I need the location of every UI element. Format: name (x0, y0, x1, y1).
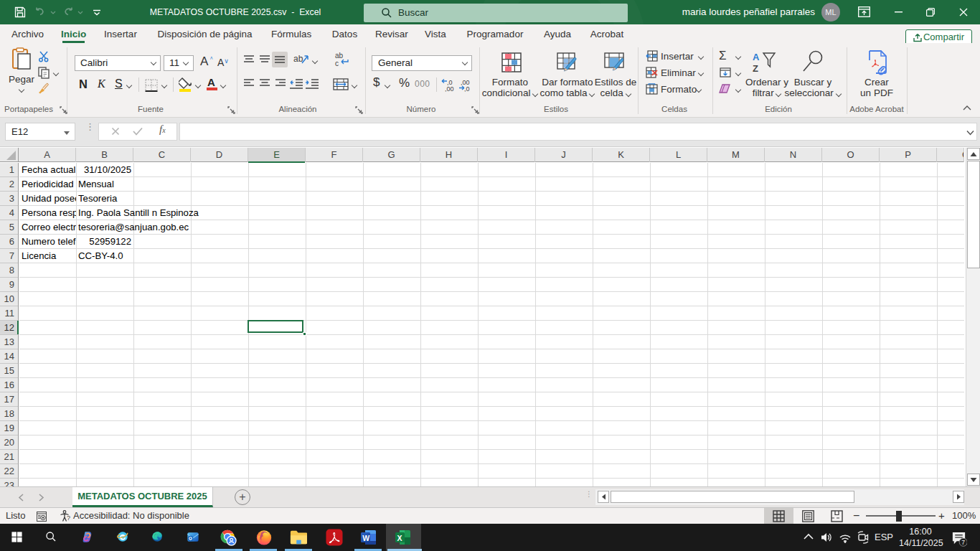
svg-text:W: W (362, 534, 369, 542)
svg-text:Z: Z (753, 63, 758, 74)
svg-text:X: X (397, 534, 402, 542)
svg-text:,0: ,0 (464, 85, 470, 92)
svg-text:,00: ,00 (445, 85, 454, 92)
svg-text:A: A (753, 52, 760, 62)
svg-text:7: 7 (961, 539, 965, 546)
svg-text:c: c (335, 60, 339, 67)
svg-text:?: ? (67, 514, 70, 522)
svg-text:ab: ab (335, 52, 344, 60)
svg-text:ab: ab (293, 54, 303, 64)
